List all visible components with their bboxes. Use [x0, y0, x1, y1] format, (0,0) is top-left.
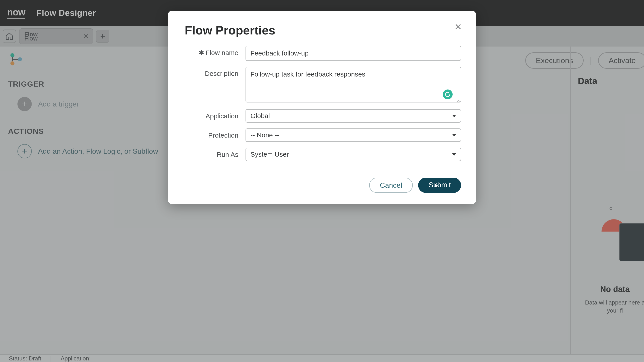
- flow-name-input[interactable]: [246, 46, 461, 61]
- row-description: Description Follow-up task for feedback …: [185, 67, 461, 103]
- caret-down-icon: [452, 134, 456, 137]
- submit-label: Submit: [428, 181, 451, 189]
- modal-close-button[interactable]: ✕: [454, 22, 462, 31]
- label-application: Application: [185, 109, 238, 120]
- label-protection: Protection: [185, 128, 238, 139]
- submit-button[interactable]: Submit: [418, 178, 461, 193]
- cancel-button[interactable]: Cancel: [369, 178, 413, 193]
- description-textarea[interactable]: Follow-up task for feedback responses: [246, 67, 461, 103]
- label-run-as: Run As: [185, 148, 238, 158]
- row-application: Application Global: [185, 109, 461, 123]
- row-protection: Protection -- None --: [185, 128, 461, 142]
- run-as-select[interactable]: System User: [246, 148, 461, 161]
- application-select[interactable]: Global: [246, 109, 461, 123]
- modal-overlay: Flow Properties ✕ ✱Flow name Description…: [0, 0, 644, 362]
- application-value: Global: [250, 112, 270, 120]
- required-asterisk: ✱: [198, 49, 204, 56]
- grammar-indicator[interactable]: [443, 90, 452, 99]
- caret-down-icon: [452, 153, 456, 156]
- run-as-value: System User: [250, 150, 289, 158]
- modal-actions: Cancel Submit: [185, 178, 461, 193]
- row-run-as: Run As System User: [185, 148, 461, 161]
- protection-select[interactable]: -- None --: [246, 128, 461, 142]
- close-icon: ✕: [454, 22, 462, 32]
- modal-title: Flow Properties: [185, 23, 461, 37]
- label-flow-name: ✱Flow name: [185, 46, 238, 57]
- row-flow-name: ✱Flow name: [185, 46, 461, 61]
- caret-down-icon: [452, 115, 456, 117]
- spinner-icon: [445, 92, 450, 97]
- label-description: Description: [185, 67, 238, 77]
- flow-properties-modal: Flow Properties ✕ ✱Flow name Description…: [168, 11, 476, 204]
- protection-value: -- None --: [250, 131, 279, 139]
